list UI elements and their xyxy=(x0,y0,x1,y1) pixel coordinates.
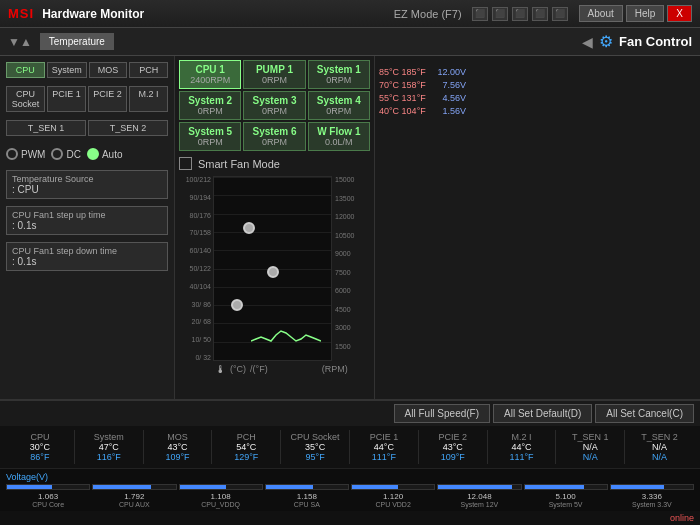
sensor-m2i-t1: 44°C xyxy=(490,442,554,452)
volt-bar-fill-cpu-core xyxy=(7,485,52,489)
sensor-pcie2-name: PCIE 2 xyxy=(421,432,485,442)
sensor-pcie1-t1: 44°C xyxy=(352,442,416,452)
fan-system6[interactable]: System 6 0RPM xyxy=(243,122,305,151)
icon-4: ⬛ xyxy=(532,7,548,21)
fan-system1[interactable]: System 1 0RPM xyxy=(308,60,370,89)
fan-system5[interactable]: System 5 0RPM xyxy=(179,122,241,151)
tab-cpu-socket[interactable]: CPU Socket xyxy=(6,86,45,112)
tab-mos[interactable]: MOS xyxy=(89,62,128,78)
fan-system2[interactable]: System 2 0RPM xyxy=(179,91,241,120)
sensor-m2i-name: M.2 I xyxy=(490,432,554,442)
y-label-1: 90/194 xyxy=(179,194,211,201)
sensor-system-t1: 47°C xyxy=(77,442,141,452)
volt-name-cpu-core: CPU Core xyxy=(6,501,90,508)
sensor-mos-t2: 109°F xyxy=(146,452,210,462)
tab-pcie1[interactable]: PCIE 1 xyxy=(47,86,86,112)
volt-temp-2: 55°C 131°F xyxy=(379,93,426,103)
rpm-label-5: 7500 xyxy=(335,269,370,276)
volt-name-cpu-vddq: CPU_VDDQ xyxy=(179,501,263,508)
fan-control-section: ◀ ⚙ Fan Control xyxy=(582,32,692,51)
all-set-cancel-button[interactable]: All Set Cancel(C) xyxy=(595,404,694,423)
chart-handle-2[interactable] xyxy=(267,266,279,278)
tab-tsen2[interactable]: T_SEN 2 xyxy=(88,120,168,136)
sensor-cpusocket: CPU Socket 35°C 95°F xyxy=(281,430,350,464)
sensor-pch: PCH 54°C 129°F xyxy=(212,430,281,464)
volt-bar-sys-33v: 3.336 System 3.3V xyxy=(610,484,694,508)
step-down-value: : 0.1s xyxy=(12,256,162,267)
mode-row: PWM DC Auto xyxy=(6,148,168,160)
tab-m2i[interactable]: M.2 I xyxy=(129,86,168,112)
auto-label: Auto xyxy=(102,149,123,160)
icon-5: ⬛ xyxy=(552,7,568,21)
volt-bar-outer-cpu-core xyxy=(6,484,90,490)
nav-arrow-left[interactable]: ◀ xyxy=(582,34,593,50)
tab-pch[interactable]: PCH xyxy=(129,62,168,78)
fan-system4[interactable]: System 4 0RPM xyxy=(308,91,370,120)
fan-buttons-panel: CPU 1 2400RPM PUMP 1 0RPM System 1 0RPM … xyxy=(175,56,375,399)
rpm-label-1: 13500 xyxy=(335,195,370,202)
pwm-radio[interactable] xyxy=(6,148,18,160)
sensor-pcie1-t2: 111°F xyxy=(352,452,416,462)
step-up-value: : 0.1s xyxy=(12,220,162,231)
volt-bar-cpu-vdd2: 1.120 CPU VDD2 xyxy=(351,484,435,508)
temp-tabs-row3: T_SEN 1 T_SEN 2 xyxy=(6,120,168,136)
left-panel: CPU System MOS PCH CPU Socket PCIE 1 PCI… xyxy=(0,56,175,399)
chart-handle-1[interactable] xyxy=(243,222,255,234)
step-up-box: CPU Fan1 step up time : 0.1s xyxy=(6,206,168,235)
temp-icon: ▼▲ xyxy=(8,35,32,49)
grid-line-2 xyxy=(214,214,331,215)
all-full-speed-button[interactable]: All Full Speed(F) xyxy=(394,404,490,423)
volt-bar-fill-cpu-vdd2 xyxy=(352,485,398,489)
volt-val-2: 4.56V xyxy=(442,93,466,103)
y-label-3: 70/158 xyxy=(179,229,211,236)
tab-system[interactable]: System xyxy=(47,62,87,78)
about-button[interactable]: About xyxy=(579,5,623,22)
fan-pump1[interactable]: PUMP 1 0RPM xyxy=(243,60,305,89)
chart-handle-3[interactable] xyxy=(231,299,243,311)
pwm-label: PWM xyxy=(21,149,45,160)
volt-val-cpu-sa: 1.158 xyxy=(265,492,349,501)
tab-cpu[interactable]: CPU xyxy=(6,62,45,78)
temperature-tab[interactable]: Temperature xyxy=(40,33,114,50)
volt-bar-cpu-core: 1.063 CPU Core xyxy=(6,484,90,508)
y-label-0: 100/212 xyxy=(179,176,211,183)
chart-y-axis: 100/212 90/194 80/176 70/158 60/140 50/1… xyxy=(179,176,213,361)
sensors-grid: CPU 30°C 86°F System 47°C 116°F MOS 43°C… xyxy=(0,426,700,468)
volt-row-1: 70°C 158°F 7.56V xyxy=(379,80,466,90)
fan-system3[interactable]: System 3 0RPM xyxy=(243,91,305,120)
auto-radio[interactable] xyxy=(87,148,99,160)
volt-temp-1: 70°C 158°F xyxy=(379,80,426,90)
fan-wflow1[interactable]: W Flow 1 0.0L/M xyxy=(308,122,370,151)
all-set-default-button[interactable]: All Set Default(D) xyxy=(493,404,592,423)
sensor-system: System 47°C 116°F xyxy=(75,430,144,464)
sensor-pcie1: PCIE 1 44°C 111°F xyxy=(350,430,419,464)
mode-dc[interactable]: DC xyxy=(51,148,80,160)
volt-name-cpu-sa: CPU SA xyxy=(265,501,349,508)
rpm-label-2: 12000 xyxy=(335,213,370,220)
mode-auto[interactable]: Auto xyxy=(87,148,123,160)
help-button[interactable]: Help xyxy=(626,5,665,22)
y-label-2: 80/176 xyxy=(179,212,211,219)
right-voltage-panel: 85°C 185°F 12.00V 70°C 158°F 7.56V 55°C … xyxy=(375,56,470,399)
dc-radio[interactable] xyxy=(51,148,63,160)
volt-bar-fill-sys-33v xyxy=(611,485,664,489)
tab-pcie2[interactable]: PCIE 2 xyxy=(88,86,127,112)
sensor-m2i: M.2 I 44°C 111°F xyxy=(488,430,557,464)
bottom-status: online xyxy=(0,511,700,525)
y-label-6: 40/104 xyxy=(179,283,211,290)
fan-btn-grid-row2: System 5 0RPM System 6 0RPM W Flow 1 0.0… xyxy=(179,122,370,151)
volt-val-sys-5v: 5.100 xyxy=(524,492,608,501)
chart-inner[interactable] xyxy=(213,176,332,361)
volt-row-0: 85°C 185°F 12.00V xyxy=(379,67,466,77)
volt-bar-fill-cpu-aux xyxy=(93,485,151,489)
mode-pwm[interactable]: PWM xyxy=(6,148,45,160)
close-button[interactable]: X xyxy=(667,5,692,22)
volt-temp-3: 40°C 104°F xyxy=(379,106,426,116)
app-logo: MSI xyxy=(8,6,34,21)
tab-tsen1[interactable]: T_SEN 1 xyxy=(6,120,86,136)
y-label-4: 60/140 xyxy=(179,247,211,254)
smart-fan-checkbox[interactable] xyxy=(179,157,192,170)
grid-line-6 xyxy=(214,287,331,288)
smart-fan-label: Smart Fan Mode xyxy=(198,158,280,170)
fan-cpu1[interactable]: CPU 1 2400RPM xyxy=(179,60,241,89)
